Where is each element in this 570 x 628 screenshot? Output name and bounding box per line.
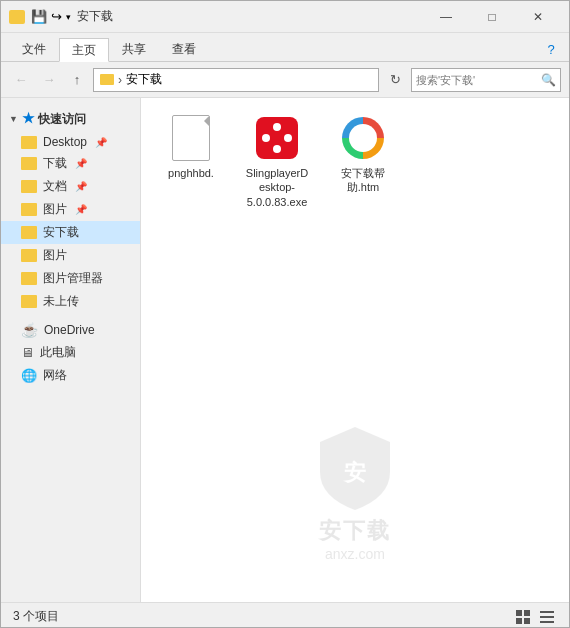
file-item[interactable]: SlingplayerDesktop-5.0.0.83.exe <box>239 110 315 213</box>
grid-icon <box>516 610 530 624</box>
dot <box>262 134 270 142</box>
svg-text:安: 安 <box>342 460 366 485</box>
status-bar: 3 个项目 <box>1 602 569 628</box>
sidebar-item-documents[interactable]: 文档 📌 <box>1 175 140 198</box>
dot <box>262 145 270 153</box>
help-file-icon <box>342 117 384 159</box>
sidebar-item-anxz[interactable]: 安下载 <box>1 221 140 244</box>
file-icon-container <box>339 114 387 162</box>
watermark: 安 安下载 anxz.com <box>315 422 395 562</box>
file-item[interactable]: pnghhbd. <box>153 110 229 213</box>
sidebar-item-label: 图片 <box>43 247 67 264</box>
svg-rect-1 <box>516 610 522 616</box>
window-title: 安下载 <box>77 8 113 25</box>
help-button[interactable]: ? <box>541 37 561 61</box>
onedrive-icon: ☕ <box>21 322 38 338</box>
pin-icon: 📌 <box>75 204 87 215</box>
sidebar-item-uploads[interactable]: 未上传 <box>1 290 140 313</box>
sidebar-item-label: 未上传 <box>43 293 79 310</box>
dot <box>273 123 281 131</box>
svg-rect-3 <box>516 618 522 624</box>
content-area: 安 安下载 anxz.com pnghhbd. <box>141 98 569 602</box>
refresh-button[interactable]: ↻ <box>383 68 407 92</box>
close-button[interactable]: ✕ <box>515 1 561 33</box>
ribbon: 文件 主页 共享 查看 ? <box>1 33 569 62</box>
undo-icon[interactable]: ↩ <box>51 9 62 24</box>
sidebar-item-downloads[interactable]: 下载 📌 <box>1 152 140 175</box>
sidebar-item-this-pc[interactable]: 🖥 此电脑 <box>1 341 140 364</box>
tab-share[interactable]: 共享 <box>109 37 159 61</box>
dot <box>273 134 281 142</box>
chevron-icon: ▼ <box>9 114 18 124</box>
file-icon-container <box>167 114 215 162</box>
folder-icon <box>21 203 37 216</box>
view-icons <box>513 607 557 627</box>
ribbon-tabs: 文件 主页 共享 查看 ? <box>1 33 569 61</box>
sling-dots <box>262 123 292 153</box>
file-label: 安下载帮助.htm <box>329 166 397 195</box>
generic-file-icon <box>172 115 210 161</box>
file-item[interactable]: 安下载帮助.htm <box>325 110 401 213</box>
svg-rect-7 <box>540 621 554 623</box>
list-view-button[interactable] <box>537 607 557 627</box>
sidebar-item-onedrive[interactable]: ☕ OneDrive <box>1 319 140 341</box>
sidebar-item-label: Desktop <box>43 135 87 149</box>
quick-access-toolbar: 💾 ↩ ▾ <box>31 9 71 24</box>
quick-access-header[interactable]: ▼ ★ 快速访问 <box>1 106 140 132</box>
path-label: 安下载 <box>126 71 162 88</box>
forward-button[interactable]: → <box>37 68 61 92</box>
grid-view-button[interactable] <box>513 607 533 627</box>
folder-icon <box>21 249 37 262</box>
pin-icon: 📌 <box>95 137 107 148</box>
title-bar-left: 💾 ↩ ▾ 安下载 <box>9 8 113 25</box>
folder-icon <box>21 272 37 285</box>
dot <box>284 123 292 131</box>
back-button[interactable]: ← <box>9 68 33 92</box>
quick-access-label: ★ 快速访问 <box>22 110 86 128</box>
folder-icon <box>21 226 37 239</box>
sidebar-item-label: 文档 <box>43 178 67 195</box>
slingplayer-icon <box>256 117 298 159</box>
tab-home[interactable]: 主页 <box>59 38 109 62</box>
window-controls: — □ ✕ <box>423 1 561 33</box>
sidebar: ▼ ★ 快速访问 Desktop 📌 下载 📌 文档 📌 图片 📌 <box>1 98 141 602</box>
minimize-button[interactable]: — <box>423 1 469 33</box>
folder-icon <box>21 295 37 308</box>
sidebar-item-desktop[interactable]: Desktop 📌 <box>1 132 140 152</box>
sidebar-item-pictures[interactable]: 图片 📌 <box>1 198 140 221</box>
save-icon[interactable]: 💾 <box>31 9 47 24</box>
dot <box>284 145 292 153</box>
svg-rect-6 <box>540 616 554 618</box>
search-box[interactable]: 🔍 <box>411 68 561 92</box>
sidebar-item-pictures2[interactable]: 图片 <box>1 244 140 267</box>
path-folder-icon <box>100 74 114 85</box>
address-path[interactable]: › 安下载 <box>93 68 379 92</box>
tab-file[interactable]: 文件 <box>9 37 59 61</box>
sidebar-item-network[interactable]: 🌐 网络 <box>1 364 140 387</box>
watermark-text: 安下载 <box>319 516 391 546</box>
sidebar-item-label: 图片管理器 <box>43 270 103 287</box>
search-icon: 🔍 <box>541 73 556 87</box>
dropdown-icon[interactable]: ▾ <box>66 12 71 22</box>
pin-icon: 📌 <box>75 158 87 169</box>
list-icon <box>540 610 554 624</box>
dot <box>273 145 281 153</box>
up-button[interactable]: ↑ <box>65 68 89 92</box>
sidebar-item-label: 安下载 <box>43 224 79 241</box>
search-input[interactable] <box>416 74 537 86</box>
dot <box>262 123 270 131</box>
file-label: pnghhbd. <box>168 166 214 180</box>
item-count: 3 个项目 <box>13 608 59 625</box>
sidebar-item-label: 下载 <box>43 155 67 172</box>
sidebar-item-label: 此电脑 <box>40 344 76 361</box>
address-bar: ← → ↑ › 安下载 ↻ 🔍 <box>1 62 569 98</box>
path-separator: › <box>118 73 122 87</box>
sidebar-item-picture-manager[interactable]: 图片管理器 <box>1 267 140 290</box>
sidebar-item-label: 图片 <box>43 201 67 218</box>
window-icon <box>9 9 25 25</box>
tab-view[interactable]: 查看 <box>159 37 209 61</box>
watermark-shield-icon: 安 <box>315 422 395 512</box>
folder-icon <box>21 180 37 193</box>
watermark-url: anxz.com <box>325 546 385 562</box>
maximize-button[interactable]: □ <box>469 1 515 33</box>
